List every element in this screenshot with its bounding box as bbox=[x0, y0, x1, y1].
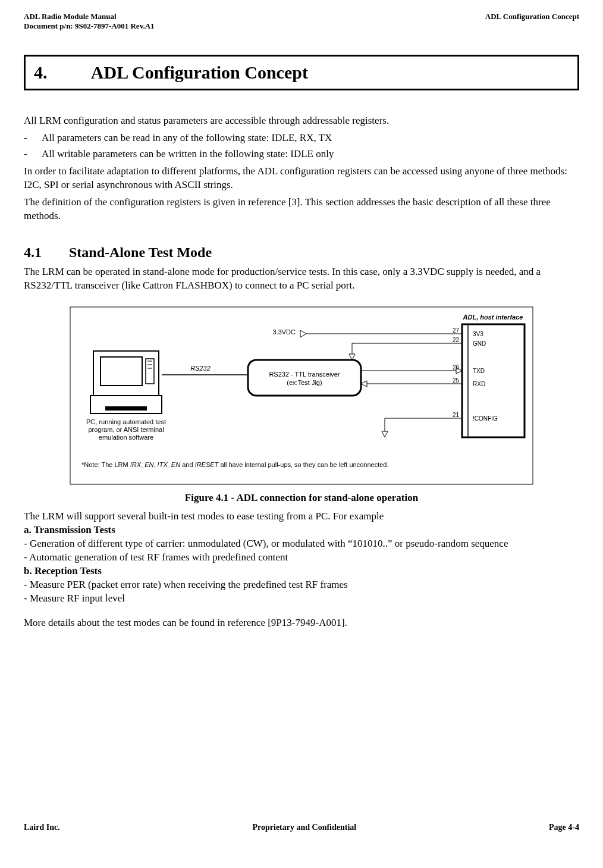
section-heading-4-1: 4.1 Stand-Alone Test Mode bbox=[24, 245, 579, 261]
transceiver-line2: (ex:Test Jig) bbox=[287, 379, 322, 386]
section-title: Stand-Alone Test Mode bbox=[69, 245, 212, 260]
pc-caption-line3: emulation software bbox=[99, 434, 153, 441]
transceiver-line1: RS232 - TTL transceiver bbox=[269, 371, 340, 378]
transceiver-box bbox=[248, 360, 361, 396]
after-fig-closing: More details about the test modes can be… bbox=[24, 616, 579, 630]
svg-rect-1 bbox=[93, 351, 159, 396]
pc-icon bbox=[90, 351, 162, 413]
bullet-dash: - bbox=[24, 148, 42, 161]
footer-page-number: Page 4-4 bbox=[549, 823, 579, 832]
section-4-1-paragraph: The LRM can be operated in stand-alone m… bbox=[24, 265, 579, 293]
pin-22-label: GND bbox=[473, 340, 486, 347]
figure-caption: Figure 4.1 - ADL connection for stand-al… bbox=[24, 492, 579, 504]
pin-27-num: 27 bbox=[453, 327, 460, 334]
svg-rect-2 bbox=[100, 357, 142, 386]
intro-paragraph-1: All LRM configuration and status paramet… bbox=[24, 114, 579, 128]
pin-26-label: TXD bbox=[473, 368, 485, 374]
section-number: 4.1 bbox=[24, 245, 65, 261]
chapter-heading-box: 4. ADL Configuration Concept bbox=[24, 55, 579, 90]
chapter-number: 4. bbox=[34, 62, 87, 83]
intro-paragraph-3: The definition of the configuration regi… bbox=[24, 196, 579, 223]
svg-rect-3 bbox=[146, 359, 154, 384]
pc-caption-line1: PC, running automated test bbox=[86, 418, 166, 425]
svg-marker-10 bbox=[300, 330, 306, 337]
page-header: ADL Radio Module Manual Document p/n: 9S… bbox=[24, 12, 579, 31]
tests-a-line2: - Automatic generation of test RF frames… bbox=[24, 551, 579, 565]
intro-bullet-1: All parameters can be read in any of the… bbox=[42, 131, 332, 145]
intro-paragraph-2: In order to facilitate adaptation to dif… bbox=[24, 165, 579, 192]
tests-a-line1: - Generation of different type of carrie… bbox=[24, 537, 579, 551]
vdc-label: 3.3VDC bbox=[272, 328, 296, 336]
diagram-svg: PC, running automated test program, or A… bbox=[70, 306, 533, 485]
pin-25-label: RXD bbox=[473, 381, 485, 387]
footer-company: Laird Inc. bbox=[24, 823, 60, 832]
pin-27-label: 3V3 bbox=[473, 331, 483, 337]
bullet-dash: - bbox=[24, 131, 42, 145]
svg-marker-21 bbox=[382, 431, 388, 437]
tests-b-line1: - Measure PER (packet error rate) when r… bbox=[24, 578, 579, 592]
pc-caption-line2: program, or ANSI terminal bbox=[88, 426, 164, 433]
figure-note: *Note: The LRM !RX_EN, !TX_EN and !RESET… bbox=[81, 461, 389, 468]
pin-21-num: 21 bbox=[453, 412, 460, 418]
tests-a-heading: a. Transmission Tests bbox=[24, 524, 579, 537]
intro-bullet-list: - All parameters can be read in any of t… bbox=[24, 131, 579, 161]
figure-4-1: PC, running automated test program, or A… bbox=[24, 306, 579, 487]
rs232-label: RS232 bbox=[190, 365, 211, 372]
header-section-name: ADL Configuration Concept bbox=[485, 12, 579, 31]
page-footer: Laird Inc. Proprietary and Confidential … bbox=[24, 823, 579, 832]
pin-21-label: !CONFIG bbox=[473, 415, 498, 422]
tests-b-line2: - Measure RF input level bbox=[24, 592, 579, 606]
header-product-title: ADL Radio Module Manual bbox=[24, 12, 155, 21]
pin-22-num: 22 bbox=[453, 337, 460, 343]
pin-25-num: 25 bbox=[453, 377, 460, 384]
adl-header-label: ADL, host interface bbox=[463, 314, 523, 321]
footer-confidential: Proprietary and Confidential bbox=[253, 823, 357, 832]
after-fig-intro: The LRM will support several built-in te… bbox=[24, 510, 579, 524]
pin-26-num: 26 bbox=[453, 364, 460, 371]
intro-bullet-2: All writable parameters can be written i… bbox=[42, 148, 334, 161]
header-doc-pn: Document p/n: 9S02-7897-A001 Rev.A1 bbox=[24, 21, 155, 31]
tests-b-heading: b. Reception Tests bbox=[24, 565, 579, 578]
svg-rect-7 bbox=[90, 396, 162, 413]
chapter-title: ADL Configuration Concept bbox=[91, 62, 308, 82]
svg-rect-8 bbox=[105, 406, 147, 411]
